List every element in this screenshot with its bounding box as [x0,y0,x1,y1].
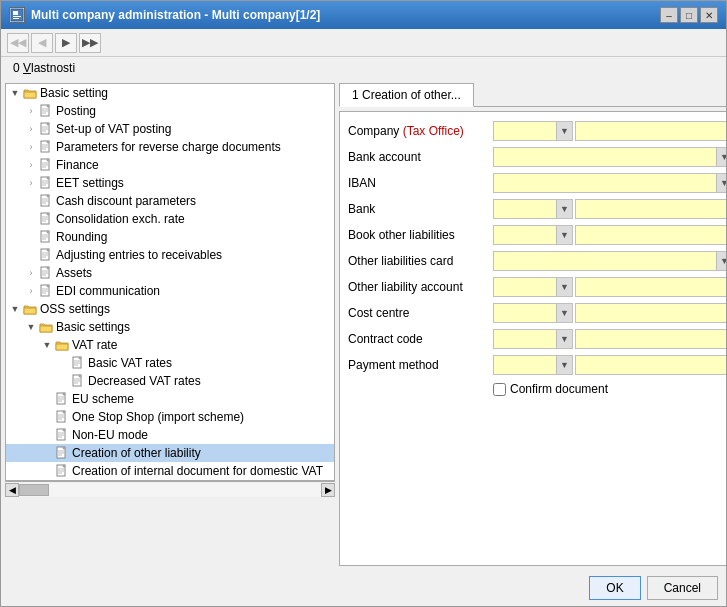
tree-node-vat-rate[interactable]: ▼ VAT rate [6,336,334,354]
first-record-button[interactable]: ◀◀ [7,33,29,53]
toggle-setup-vat[interactable]: › [24,122,38,136]
prev-record-button[interactable]: ◀ [31,33,53,53]
combo-inner-bank[interactable] [494,200,556,218]
toggle-assets[interactable]: › [24,266,38,280]
tree-node-creation-internal[interactable]: Creation of internal document for domest… [6,462,334,480]
scroll-right-button[interactable]: ▶ [321,483,335,497]
toggle-decreased-vat [56,374,70,388]
form-row-other-liability-account: Other liability account▼ [348,276,726,298]
combo-inner-payment-method[interactable] [494,356,556,374]
properties-menu[interactable]: 0 Vlastnosti [9,60,79,76]
tree-node-eet[interactable]: › EET settings [6,174,334,192]
horizontal-scrollbar[interactable]: ◀ ▶ [5,481,335,497]
text-input-contract-code[interactable] [575,329,726,349]
text-input-cost-centre[interactable] [575,303,726,323]
combo-cost-centre[interactable]: ▼ [493,303,573,323]
ok-button[interactable]: OK [589,576,640,600]
svg-rect-1 [13,11,18,15]
combo-company[interactable]: ▼ [493,121,573,141]
combo-iban[interactable]: ▼ [493,173,726,193]
last-record-button[interactable]: ▶▶ [79,33,101,53]
tree-node-eu-scheme[interactable]: EU scheme [6,390,334,408]
tree-node-consolidation[interactable]: Consolidation exch. rate [6,210,334,228]
combo-book-other[interactable]: ▼ [493,225,573,245]
combo-payment-method[interactable]: ▼ [493,355,573,375]
play-button[interactable]: ▶ [55,33,77,53]
combo-arrow-other-liabilities-card[interactable]: ▼ [716,252,726,270]
combo-bank[interactable]: ▼ [493,199,573,219]
form-label-contract-code: Contract code [348,332,493,346]
maximize-button[interactable]: □ [680,7,698,23]
combo-inner-other-liability-account[interactable] [494,278,556,296]
text-input-payment-method[interactable] [575,355,726,375]
node-label-consolidation: Consolidation exch. rate [56,212,185,226]
scroll-track [19,483,321,497]
toggle-oss[interactable]: ▼ [8,302,22,316]
tab-label: 1 Creation of other... [352,88,461,102]
combo-arrow-book-other[interactable]: ▼ [556,226,572,244]
node-icon-finance [38,157,54,173]
control-group-bank-account: ▼ [493,147,726,167]
control-group-contract-code: ▼ [493,329,726,349]
node-label-eu-scheme: EU scheme [72,392,134,406]
toggle-basic-settings[interactable]: ▼ [24,320,38,334]
combo-inner-book-other[interactable] [494,226,556,244]
cancel-button[interactable]: Cancel [647,576,718,600]
tree-node-assets[interactable]: › Assets [6,264,334,282]
toggle-edi[interactable]: › [24,284,38,298]
combo-inner-iban[interactable] [494,174,716,192]
combo-inner-bank-account[interactable] [494,148,716,166]
combo-other-liabilities-card[interactable]: ▼ [493,251,726,271]
tree-node-finance[interactable]: › Finance [6,156,334,174]
tree-node-edi[interactable]: › EDI communication [6,282,334,300]
combo-arrow-contract-code[interactable]: ▼ [556,330,572,348]
toggle-eet[interactable]: › [24,176,38,190]
tree-node-basic-setting[interactable]: ▼ Basic setting [6,84,334,102]
combo-arrow-iban[interactable]: ▼ [716,174,726,192]
tree-node-non-eu[interactable]: Non-EU mode [6,426,334,444]
combo-contract-code[interactable]: ▼ [493,329,573,349]
confirm-document-checkbox[interactable] [493,383,506,396]
tree-node-cash-discount[interactable]: Cash discount parameters [6,192,334,210]
tree-node-posting[interactable]: › Posting [6,102,334,120]
toggle-basic-setting[interactable]: ▼ [8,86,22,100]
combo-arrow-other-liability-account[interactable]: ▼ [556,278,572,296]
text-input-company[interactable] [575,121,726,141]
toggle-finance[interactable]: › [24,158,38,172]
tab-creation-other[interactable]: 1 Creation of other... [339,83,474,107]
tree-node-oss[interactable]: ▼ OSS settings [6,300,334,318]
combo-arrow-payment-method[interactable]: ▼ [556,356,572,374]
tree-node-adjusting[interactable]: Adjusting entries to receivables [6,246,334,264]
combo-inner-company[interactable] [494,122,556,140]
tree-node-creation-other[interactable]: Creation of other liability [6,444,334,462]
properties-rest: lastnosti [31,61,75,75]
combo-inner-other-liabilities-card[interactable] [494,252,716,270]
combo-other-liability-account[interactable]: ▼ [493,277,573,297]
minimize-button[interactable]: – [660,7,678,23]
tree-node-basic-settings[interactable]: ▼ Basic settings [6,318,334,336]
tree-node-one-stop[interactable]: One Stop Shop (import scheme) [6,408,334,426]
tree-node-params-reverse[interactable]: › Parameters for reverse charge document… [6,138,334,156]
text-input-book-other[interactable] [575,225,726,245]
tree-node-setup-vat[interactable]: › Set-up of VAT posting [6,120,334,138]
combo-arrow-bank-account[interactable]: ▼ [716,148,726,166]
toggle-posting[interactable]: › [24,104,38,118]
combo-inner-cost-centre[interactable] [494,304,556,322]
combo-arrow-company[interactable]: ▼ [556,122,572,140]
combo-arrow-bank[interactable]: ▼ [556,200,572,218]
form-label-other-liability-account: Other liability account [348,280,493,294]
scroll-left-button[interactable]: ◀ [5,483,19,497]
combo-arrow-cost-centre[interactable]: ▼ [556,304,572,322]
combo-inner-contract-code[interactable] [494,330,556,348]
text-input-bank[interactable] [575,199,726,219]
tree-node-decreased-vat[interactable]: Decreased VAT rates [6,372,334,390]
form-row-other-liabilities-card: Other liabilities card▼ [348,250,726,272]
tree-node-rounding[interactable]: Rounding [6,228,334,246]
tree-node-basic-vat-rates[interactable]: Basic VAT rates [6,354,334,372]
toggle-params-reverse[interactable]: › [24,140,38,154]
toggle-vat-rate[interactable]: ▼ [40,338,54,352]
combo-bank-account[interactable]: ▼ [493,147,726,167]
close-button[interactable]: ✕ [700,7,718,23]
text-input-other-liability-account[interactable] [575,277,726,297]
scroll-thumb[interactable] [19,484,49,496]
